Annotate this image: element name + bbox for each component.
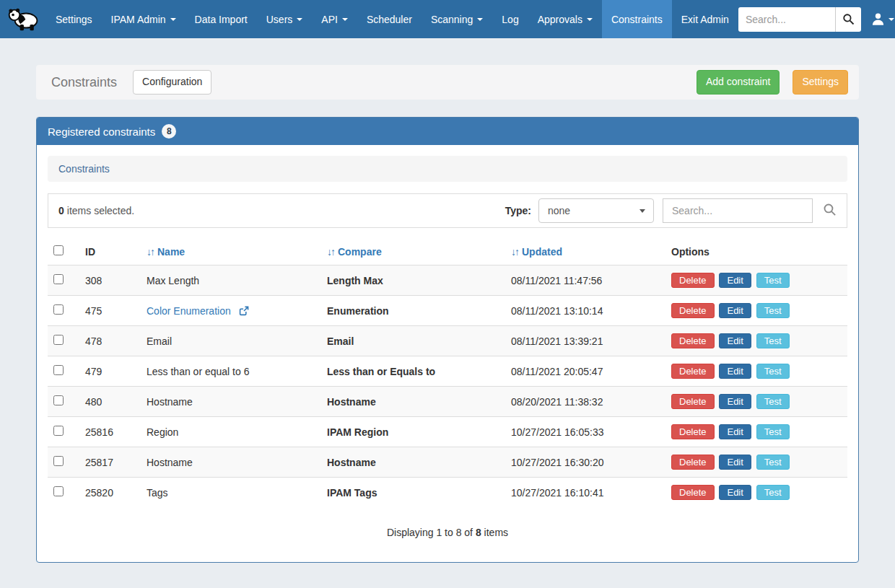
- nav-item-constraints[interactable]: Constraints: [602, 0, 672, 38]
- chevron-down-icon: [297, 18, 302, 21]
- test-button[interactable]: Test: [756, 485, 790, 500]
- row-name: Tags: [147, 487, 168, 499]
- edit-button[interactable]: Edit: [719, 485, 751, 500]
- configuration-button[interactable]: Configuration: [133, 70, 211, 95]
- row-name: Email: [147, 335, 172, 347]
- delete-button[interactable]: Delete: [671, 273, 715, 288]
- row-compare: IPAM Tags: [321, 478, 505, 508]
- edit-button[interactable]: Edit: [719, 364, 751, 379]
- row-checkbox[interactable]: [53, 395, 64, 405]
- row-checkbox[interactable]: [53, 486, 64, 496]
- nav-item-settings[interactable]: Settings: [46, 0, 102, 38]
- page-header: Constraints Configuration Add constraint…: [36, 65, 859, 100]
- nav-item-label: Constraints: [611, 14, 663, 25]
- chevron-down-icon: [170, 18, 176, 21]
- user-icon: [871, 12, 885, 26]
- settings-button[interactable]: Settings: [793, 70, 848, 95]
- nav-item-users[interactable]: Users: [257, 0, 313, 38]
- navbar-search-input[interactable]: [738, 7, 835, 32]
- delete-button[interactable]: Delete: [671, 333, 715, 348]
- delete-button[interactable]: Delete: [671, 424, 715, 439]
- nav-item-scheduler[interactable]: Scheduler: [357, 0, 422, 38]
- row-name[interactable]: Color Enumeration: [147, 305, 231, 317]
- row-checkbox[interactable]: [53, 456, 64, 466]
- row-updated: 08/11/2021 13:10:14: [505, 296, 665, 326]
- row-name: Region: [147, 426, 178, 438]
- edit-button[interactable]: Edit: [719, 273, 751, 288]
- delete-button[interactable]: Delete: [671, 394, 715, 409]
- row-compare: Hostname: [321, 447, 505, 478]
- column-header-compare-label: Compare: [338, 246, 382, 258]
- table-search: [663, 198, 837, 223]
- delete-button[interactable]: Delete: [671, 303, 715, 318]
- table-toolbar: 0 items selected. Type: none: [48, 193, 847, 228]
- column-header-name-label: Name: [157, 246, 185, 258]
- nav-item-label: Scanning: [431, 14, 473, 25]
- test-button[interactable]: Test: [756, 273, 790, 288]
- row-checkbox[interactable]: [53, 365, 64, 375]
- row-checkbox[interactable]: [53, 274, 64, 284]
- test-button[interactable]: Test: [756, 303, 790, 318]
- row-id: 480: [79, 387, 141, 417]
- table-row: 480 Hostname Hostname 08/20/2021 11:38:3…: [48, 387, 847, 417]
- delete-button[interactable]: Delete: [671, 364, 715, 379]
- edit-button[interactable]: Edit: [719, 394, 751, 409]
- row-checkbox[interactable]: [53, 335, 64, 345]
- delete-button[interactable]: Delete: [671, 455, 715, 470]
- table-row: 478 Email Email 08/11/2021 13:39:21 Dele…: [48, 326, 847, 356]
- nav-item-label: Users: [266, 14, 293, 25]
- row-compare: IPAM Region: [321, 417, 505, 447]
- table-row: 25820 Tags IPAM Tags 10/27/2021 16:10:41…: [48, 478, 847, 508]
- nav-item-label: API: [321, 14, 338, 25]
- delete-button[interactable]: Delete: [671, 485, 715, 500]
- column-header-updated[interactable]: ↓↑Updated: [505, 238, 665, 266]
- count-badge: 8: [162, 124, 176, 139]
- add-constraint-button[interactable]: Add constraint: [697, 70, 780, 95]
- nav-item-ipam-admin[interactable]: IPAM Admin: [102, 0, 185, 38]
- nav-item-data-import[interactable]: Data Import: [185, 0, 257, 38]
- external-link-icon[interactable]: [239, 306, 249, 316]
- test-button[interactable]: Test: [756, 333, 790, 348]
- nav-item-label: Data Import: [195, 14, 248, 25]
- nav-item-label: Scheduler: [367, 14, 412, 25]
- nav-item-exit-admin[interactable]: Exit Admin: [672, 0, 738, 38]
- column-header-name[interactable]: ↓↑Name: [141, 238, 321, 266]
- nav-item-api[interactable]: API: [312, 0, 357, 38]
- row-name: Max Length: [147, 275, 199, 286]
- row-updated: 10/27/2021 16:10:41: [505, 478, 665, 508]
- test-button[interactable]: Test: [756, 394, 790, 409]
- row-compare: Less than or Equals to: [321, 356, 505, 387]
- table-row: 475 Color Enumeration Enumeration 08/11/…: [48, 296, 847, 326]
- row-updated: 08/11/2021 11:47:56: [505, 266, 665, 296]
- edit-button[interactable]: Edit: [719, 303, 751, 318]
- edit-button[interactable]: Edit: [719, 333, 751, 348]
- row-id: 25820: [79, 478, 141, 508]
- row-id: 479: [79, 356, 141, 387]
- nav-item-approvals[interactable]: Approvals: [528, 0, 602, 38]
- row-checkbox[interactable]: [53, 304, 64, 315]
- sort-icon: ↓↑: [327, 246, 334, 258]
- table-row: 479 Less than or equal to 6 Less than or…: [48, 356, 847, 387]
- table-search-button[interactable]: [813, 203, 837, 219]
- nav-item-log[interactable]: Log: [492, 0, 528, 38]
- test-button[interactable]: Test: [756, 364, 790, 379]
- test-button[interactable]: Test: [756, 424, 790, 439]
- column-header-id: ID: [79, 238, 141, 266]
- column-header-compare[interactable]: ↓↑Compare: [321, 238, 505, 266]
- constraints-panel: Registered constraints 8 Constraints 0 i…: [36, 117, 859, 563]
- tab-constraints[interactable]: Constraints: [48, 156, 847, 182]
- type-filter-label: Type:: [505, 205, 531, 216]
- panel-title: Registered constraints: [48, 126, 155, 138]
- selected-text: items selected.: [67, 205, 134, 216]
- edit-button[interactable]: Edit: [719, 424, 751, 439]
- user-menu[interactable]: [871, 12, 894, 26]
- nav-item-scanning[interactable]: Scanning: [422, 0, 492, 38]
- select-all-checkbox[interactable]: [53, 245, 64, 255]
- row-checkbox[interactable]: [53, 426, 64, 436]
- test-button[interactable]: Test: [756, 455, 790, 470]
- type-select[interactable]: none: [538, 198, 654, 223]
- edit-button[interactable]: Edit: [719, 455, 751, 470]
- table-search-input[interactable]: [663, 198, 813, 223]
- navbar-search-button[interactable]: [835, 7, 861, 32]
- nav-item-label: Log: [502, 14, 518, 25]
